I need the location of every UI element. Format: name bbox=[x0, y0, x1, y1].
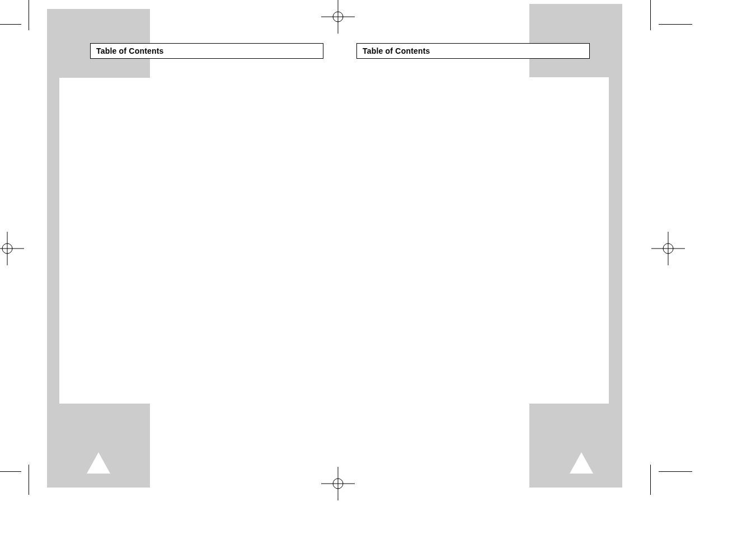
section-title: Table of Contents bbox=[96, 46, 164, 55]
registration-mark-icon bbox=[0, 232, 24, 265]
registration-mark-icon bbox=[321, 467, 355, 500]
registration-mark-icon bbox=[321, 0, 355, 34]
crop-mark bbox=[650, 0, 651, 30]
bleed-tab bbox=[529, 404, 622, 488]
section-title-box: Table of Contents bbox=[90, 43, 323, 59]
crop-mark bbox=[659, 24, 692, 25]
registration-mark-icon bbox=[651, 232, 685, 265]
bleed-tab bbox=[529, 4, 622, 77]
bleed-strip bbox=[609, 77, 622, 404]
section-title: Table of Contents bbox=[363, 46, 430, 55]
crop-mark bbox=[29, 0, 29, 30]
crop-mark bbox=[29, 465, 29, 495]
triangle-marker-icon bbox=[570, 452, 593, 474]
crop-mark bbox=[0, 24, 21, 25]
section-title-box: Table of Contents bbox=[356, 43, 590, 59]
triangle-marker-icon bbox=[87, 452, 110, 474]
bleed-strip bbox=[47, 78, 59, 404]
bleed-tab bbox=[47, 404, 150, 488]
crop-mark bbox=[0, 471, 21, 472]
crop-mark bbox=[650, 465, 651, 495]
crop-mark bbox=[659, 471, 692, 472]
